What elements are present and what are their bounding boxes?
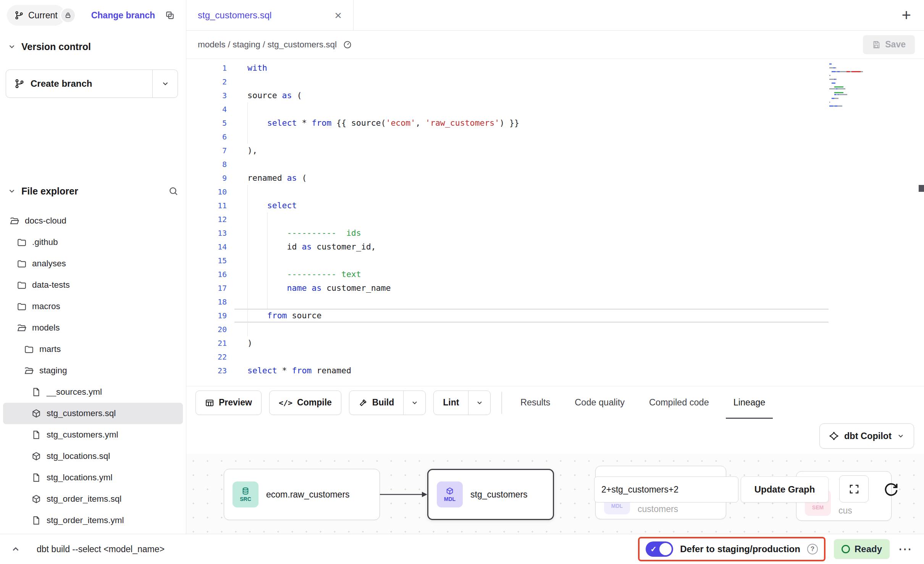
code-line[interactable]: 19 from source: [186, 309, 924, 323]
code-text[interactable]: [247, 323, 829, 336]
file-tree-item[interactable]: stg_locations.sql: [3, 446, 183, 467]
build-button[interactable]: Build: [349, 391, 426, 415]
code-text[interactable]: [247, 102, 829, 116]
code-text[interactable]: select: [247, 199, 829, 212]
code-line[interactable]: 2: [186, 75, 924, 89]
more-options-button[interactable]: ⋯: [898, 542, 913, 556]
close-icon[interactable]: ×: [334, 9, 342, 21]
code-text[interactable]: [247, 157, 829, 171]
tab-stg-customers-sql[interactable]: stg_customers.sql ×: [186, 0, 354, 30]
tab-compiled-code[interactable]: Compiled code: [637, 386, 721, 419]
file-tree-item[interactable]: data-tests: [3, 274, 183, 296]
editor-scrollbar[interactable]: [919, 185, 924, 192]
minimap[interactable]: [829, 63, 875, 107]
code-line[interactable]: 12: [186, 212, 924, 226]
lineage-canvas[interactable]: MDL customers SEM cus SRC ecom.raw_custo…: [186, 454, 924, 534]
code-text[interactable]: name as customer_name: [247, 281, 829, 295]
code-text[interactable]: [247, 254, 829, 267]
code-line[interactable]: 5 select * from {{ source('ecom', 'raw_c…: [186, 116, 924, 130]
code-line[interactable]: 9 renamed as (: [186, 171, 924, 185]
tab-lineage[interactable]: Lineage: [721, 386, 778, 419]
defer-toggle[interactable]: ✓: [646, 541, 673, 557]
code-line[interactable]: 7 ),: [186, 144, 924, 157]
fullscreen-button[interactable]: [839, 475, 869, 502]
dbt-copilot-button[interactable]: dbt Copilot: [819, 423, 914, 449]
lint-dropdown-caret[interactable]: [468, 391, 490, 415]
code-line[interactable]: 3 source as (: [186, 89, 924, 102]
code-text[interactable]: select * from renamed: [247, 364, 829, 378]
code-text[interactable]: [247, 130, 829, 144]
code-text[interactable]: id as customer_id,: [247, 240, 829, 254]
model-status-icon[interactable]: [343, 40, 352, 49]
code-line[interactable]: 14 id as customer_id,: [186, 240, 924, 254]
code-text[interactable]: ): [247, 336, 829, 350]
update-graph-button[interactable]: Update Graph: [741, 476, 829, 502]
code-text[interactable]: [247, 295, 829, 309]
file-tree-item[interactable]: staging: [3, 360, 183, 381]
file-tree-item[interactable]: stg_customers.yml: [3, 424, 183, 446]
current-branch-button[interactable]: Current: [7, 5, 65, 26]
code-text[interactable]: ---------- ids: [247, 226, 829, 240]
lineage-node-model[interactable]: MDL stg_customers: [427, 469, 554, 520]
code-line[interactable]: 15: [186, 254, 924, 267]
code-text[interactable]: renamed as (: [247, 171, 829, 185]
file-tree-item[interactable]: stg_order_items.sql: [3, 488, 183, 510]
create-branch-caret[interactable]: [152, 70, 178, 97]
code-text[interactable]: ),: [247, 144, 829, 157]
file-tree-item[interactable]: .github: [3, 232, 183, 253]
code-text[interactable]: [247, 185, 829, 199]
lineage-selector-input[interactable]: [594, 476, 738, 502]
search-icon[interactable]: [168, 186, 178, 196]
file-tree-item[interactable]: stg_order_items.yml: [3, 510, 183, 531]
code-text[interactable]: [247, 75, 829, 89]
lint-button[interactable]: Lint: [433, 391, 491, 415]
code-text[interactable]: from source: [247, 309, 829, 323]
code-text[interactable]: [247, 212, 829, 226]
new-tab-button[interactable]: +: [901, 7, 911, 23]
tab-code-quality[interactable]: Code quality: [562, 386, 637, 419]
code-editor[interactable]: 1 with 2 3 source as ( 4 5 select * from…: [186, 59, 924, 386]
file-tree-item[interactable]: macros: [3, 296, 183, 317]
code-line[interactable]: 21 ): [186, 336, 924, 350]
help-icon[interactable]: ?: [807, 544, 818, 554]
chevron-up-icon[interactable]: [11, 544, 21, 554]
code-line[interactable]: 1 with: [186, 61, 924, 75]
code-text[interactable]: [247, 350, 829, 364]
code-line[interactable]: 22: [186, 350, 924, 364]
lineage-node-source[interactable]: SRC ecom.raw_customers: [224, 469, 380, 520]
copy-icon[interactable]: [165, 10, 175, 20]
code-text[interactable]: source as (: [247, 89, 829, 102]
file-explorer-header[interactable]: File explorer: [0, 180, 186, 202]
file-tree-item[interactable]: marts: [3, 339, 183, 360]
version-control-header[interactable]: Version control: [0, 36, 186, 57]
tab-results[interactable]: Results: [508, 386, 562, 419]
file-tree-item[interactable]: models: [3, 317, 183, 339]
build-dropdown-caret[interactable]: [403, 391, 425, 415]
code-line[interactable]: 23 select * from renamed: [186, 364, 924, 378]
code-text[interactable]: ---------- text: [247, 267, 829, 281]
code-text[interactable]: with: [247, 61, 829, 75]
code-line[interactable]: 11 select: [186, 199, 924, 212]
code-line[interactable]: 6: [186, 130, 924, 144]
code-text[interactable]: select * from {{ source('ecom', 'raw_cus…: [247, 116, 829, 130]
refresh-button[interactable]: [883, 480, 900, 499]
code-line[interactable]: 10: [186, 185, 924, 199]
compile-button[interactable]: </> Compile: [269, 391, 341, 415]
code-line[interactable]: 17 name as customer_name: [186, 281, 924, 295]
preview-button[interactable]: Preview: [195, 391, 262, 415]
file-tree-item[interactable]: __sources.yml: [3, 381, 183, 403]
code-line[interactable]: 13 ---------- ids: [186, 226, 924, 240]
file-tree-item[interactable]: stg_customers.sql: [3, 403, 183, 424]
file-tree-item[interactable]: stg_locations.yml: [3, 467, 183, 488]
change-branch-link[interactable]: Change branch: [91, 10, 155, 21]
file-tree-item[interactable]: analyses: [3, 253, 183, 274]
code-line[interactable]: 20: [186, 323, 924, 336]
code-line[interactable]: 8: [186, 157, 924, 171]
create-branch-button[interactable]: Create branch: [6, 70, 178, 98]
create-branch-main[interactable]: Create branch: [6, 70, 152, 97]
code-line[interactable]: 4: [186, 102, 924, 116]
save-button[interactable]: Save: [863, 35, 915, 54]
file-tree-item[interactable]: docs-cloud: [3, 210, 183, 232]
code-line[interactable]: 16 ---------- text: [186, 267, 924, 281]
code-line[interactable]: 18: [186, 295, 924, 309]
